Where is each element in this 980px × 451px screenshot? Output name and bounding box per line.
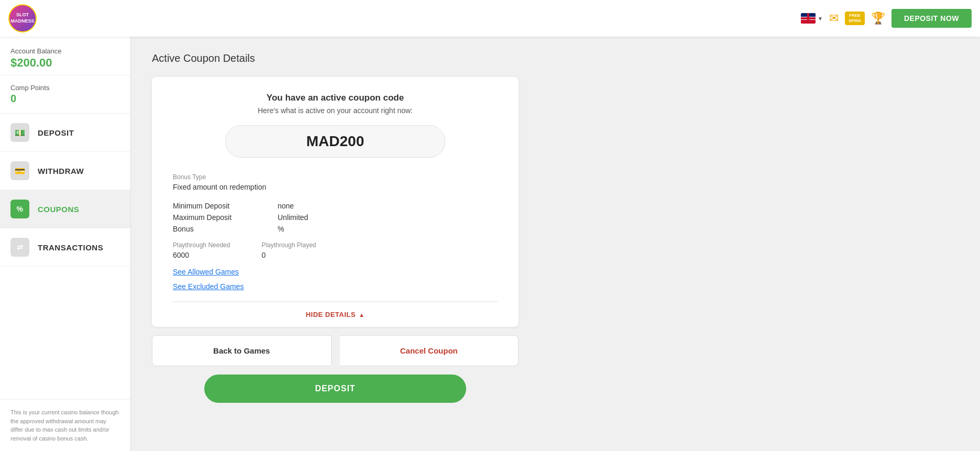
see-excluded-games-link[interactable]: See Excluded Games: [173, 282, 244, 291]
deposit-btn-wrapper: DEPOSIT: [152, 375, 519, 403]
sidebar-item-deposit-label: DEPOSIT: [38, 128, 74, 137]
bonus-type-value: Fixed amount on redemption: [173, 183, 498, 191]
coupon-active-header: You have an active coupon code Here's wh…: [173, 93, 498, 115]
coupon-card: You have an active coupon code Here's wh…: [152, 77, 519, 327]
deposit-main-button[interactable]: DEPOSIT: [204, 375, 466, 403]
comp-points-label: Comp Points: [10, 84, 120, 92]
playthrough-needed-col: Playthrough Needed 6000: [173, 241, 230, 259]
playthrough-played-col: Playthrough Played 0: [261, 241, 316, 259]
account-balance-section: Account Balance $200.00: [0, 37, 130, 75]
account-balance-label: Account Balance: [10, 47, 120, 55]
chevron-down-icon: ▼: [818, 16, 823, 21]
hide-details-label: HIDE DETAILS: [306, 311, 356, 318]
account-balance-value: $200.00: [10, 56, 120, 70]
sidebar: Account Balance $200.00 Comp Points 0 💵 …: [0, 37, 131, 451]
coupon-details-section: Bonus Type Fixed amount on redemption Mi…: [173, 168, 498, 291]
language-selector[interactable]: ▼: [801, 13, 823, 24]
min-deposit-value: none: [278, 202, 294, 210]
max-deposit-row: Maximum Deposit Unlimited: [173, 213, 498, 222]
playthrough-row: Playthrough Needed 6000 Playthrough Play…: [173, 241, 498, 259]
header: SLOT MADNESS ▼ ✉ FREE SPINS 🏆 DEPOSIT NO…: [0, 0, 980, 37]
playthrough-played-value: 0: [261, 251, 316, 259]
bonus-row: Bonus %: [173, 225, 498, 233]
coupon-code: MAD200: [306, 133, 364, 149]
coupons-icon: %: [10, 200, 29, 218]
see-allowed-games-link[interactable]: See Allowed Games: [173, 268, 239, 276]
action-buttons: Back to Games Cancel Coupon: [152, 335, 519, 366]
links-section: See Allowed Games See Excluded Games: [173, 268, 498, 291]
logo-text: SLOT MADNESS: [10, 12, 34, 24]
transactions-icon: ⇄: [10, 238, 29, 257]
comp-points-section: Comp Points 0: [0, 75, 130, 114]
deposit-icon: 💵: [10, 123, 29, 142]
bonus-value: %: [278, 225, 284, 233]
max-deposit-label: Maximum Deposit: [173, 213, 278, 222]
free-spins-badge[interactable]: FREE SPINS: [845, 12, 865, 26]
min-deposit-label: Minimum Deposit: [173, 202, 278, 210]
free-spins-label: FREE SPINS: [849, 13, 861, 23]
deposit-details-group: Minimum Deposit none Maximum Deposit Unl…: [173, 202, 498, 233]
logo: SLOT MADNESS: [8, 4, 37, 32]
cancel-coupon-button[interactable]: Cancel Coupon: [340, 335, 519, 366]
bonus-type-group: Bonus Type Fixed amount on redemption: [173, 173, 498, 191]
header-right: ▼ ✉ FREE SPINS 🏆 DEPOSIT NOW: [801, 9, 972, 28]
max-deposit-value: Unlimited: [278, 213, 308, 222]
withdraw-icon: 💳: [10, 161, 29, 180]
min-deposit-row: Minimum Deposit none: [173, 202, 498, 210]
chevron-up-icon: ▲: [359, 312, 365, 318]
sidebar-item-coupons[interactable]: % COUPONS: [0, 190, 130, 228]
bonus-type-label: Bonus Type: [173, 173, 498, 181]
mail-icon[interactable]: ✉: [829, 12, 839, 25]
sidebar-item-coupons-label: COUPONS: [38, 205, 79, 214]
sidebar-item-transactions-label: TRANSACTIONS: [38, 243, 103, 252]
bonus-label: Bonus: [173, 225, 278, 233]
playthrough-needed-label: Playthrough Needed: [173, 241, 230, 249]
coupon-active-subtext: Here's what is active on your account ri…: [173, 106, 498, 115]
sidebar-item-transactions[interactable]: ⇄ TRANSACTIONS: [0, 228, 130, 267]
coupon-active-title: You have an active coupon code: [173, 93, 498, 103]
main-content: Active Coupon Details You have an active…: [131, 37, 980, 451]
trophy-icon[interactable]: 🏆: [871, 12, 885, 25]
button-divider: [332, 335, 340, 366]
sidebar-footer: This is your current casino balance thou…: [0, 399, 130, 451]
sidebar-item-withdraw-label: WITHDRAW: [38, 167, 84, 175]
sidebar-item-withdraw[interactable]: 💳 WITHDRAW: [0, 152, 130, 190]
playthrough-played-label: Playthrough Played: [261, 241, 316, 249]
logo-icon: SLOT MADNESS: [8, 4, 37, 32]
sidebar-nav: 💵 DEPOSIT 💳 WITHDRAW % COUPONS ⇄ TRANSAC…: [0, 114, 130, 399]
flag-icon: [801, 13, 816, 24]
main-layout: Account Balance $200.00 Comp Points 0 💵 …: [0, 37, 980, 451]
back-to-games-button[interactable]: Back to Games: [152, 335, 332, 366]
page-title: Active Coupon Details: [152, 52, 959, 64]
sidebar-item-deposit[interactable]: 💵 DEPOSIT: [0, 114, 130, 152]
comp-points-value: 0: [10, 93, 120, 105]
playthrough-needed-value: 6000: [173, 251, 230, 259]
hide-details-button[interactable]: HIDE DETAILS ▲: [173, 302, 498, 327]
deposit-now-button[interactable]: DEPOSIT NOW: [891, 9, 972, 28]
coupon-code-display: MAD200: [225, 125, 445, 158]
